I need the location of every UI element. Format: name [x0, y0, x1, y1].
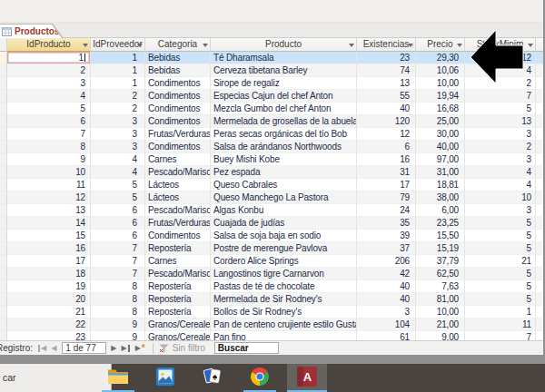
cell-categoria[interactable]: Condimentos: [145, 103, 211, 115]
cell-idproducto[interactable]: 20: [7, 293, 91, 306]
cell-idproducto[interactable]: 9: [7, 153, 91, 166]
cell-precio[interactable]: 38,00: [416, 191, 465, 204]
cell-idproveedor[interactable]: 6: [91, 230, 145, 242]
record-selector[interactable]: [0, 191, 7, 204]
cell-producto[interactable]: Buey Mishi Kobe: [211, 153, 357, 166]
cell-categoria[interactable]: Granos/Cereales: [145, 331, 211, 340]
cell-categoria[interactable]: Condimentos: [145, 77, 211, 90]
cell-precio[interactable]: 19,94: [416, 90, 465, 103]
cell-idproveedor[interactable]: 8: [91, 280, 145, 293]
cell-idproducto[interactable]: 1: [7, 52, 91, 64]
cell-idproveedor[interactable]: 1: [91, 77, 145, 90]
column-dropdown-icon[interactable]: [457, 44, 462, 47]
cell-categoria[interactable]: Condimentos: [145, 230, 211, 242]
taskbar-chrome[interactable]: [242, 364, 278, 392]
cell-producto[interactable]: Bollos de Sir Rodney's: [211, 306, 357, 318]
cell-stockminim[interactable]: 10: [465, 191, 536, 204]
record-selector[interactable]: [0, 115, 7, 128]
cell-precio[interactable]: 16,68: [416, 103, 465, 115]
cell-precio[interactable]: 9,00: [416, 331, 465, 340]
taskbar-photos[interactable]: [147, 364, 183, 392]
cell-producto[interactable]: Mermelada de Sir Rodney's: [211, 293, 357, 306]
cell-existencias[interactable]: 17: [357, 179, 416, 191]
record-selector[interactable]: [0, 90, 7, 103]
cell-producto[interactable]: Pan fino: [211, 331, 357, 340]
cell-idproveedor[interactable]: 5: [91, 191, 145, 204]
record-selector[interactable]: [0, 204, 7, 217]
cell-idproducto[interactable]: 22: [7, 318, 91, 331]
cell-existencias[interactable]: 40: [357, 293, 416, 306]
cell-categoria[interactable]: Bebidas: [145, 52, 211, 64]
cell-idproducto[interactable]: 11: [7, 179, 91, 191]
cell-idproducto[interactable]: 10: [7, 166, 91, 179]
cell-stockminim[interactable]: 4: [465, 64, 536, 77]
cell-idproducto[interactable]: 2: [7, 64, 91, 77]
record-selector[interactable]: [0, 52, 7, 64]
cell-stockminim[interactable]: 3: [465, 204, 536, 217]
last-record-button[interactable]: ▶: [121, 344, 130, 353]
cell-existencias[interactable]: 16: [357, 153, 416, 166]
cell-producto[interactable]: Té Dharamsala: [211, 52, 357, 64]
column-header-idproveedor[interactable]: IdProveedor: [91, 38, 145, 52]
cell-existencias[interactable]: 31: [357, 166, 416, 179]
cell-idproducto[interactable]: 7: [7, 128, 91, 141]
cell-idproducto[interactable]: 12: [7, 191, 91, 204]
taskbar-access[interactable]: A: [287, 364, 327, 392]
cell-stockminim[interactable]: 5: [465, 103, 536, 115]
cell-categoria[interactable]: Pescado/Mariscos: [145, 204, 211, 217]
cell-idproveedor[interactable]: 2: [91, 103, 145, 115]
cell-categoria[interactable]: Repostería: [145, 242, 211, 255]
cell-stockminim[interactable]: 7: [465, 90, 536, 103]
taskbar-file-explorer[interactable]: [100, 364, 136, 392]
column-dropdown-icon[interactable]: [349, 44, 354, 47]
cell-idproveedor[interactable]: 7: [91, 242, 145, 255]
cell-precio[interactable]: 21,00: [416, 318, 465, 331]
column-header-precio[interactable]: Precio: [416, 38, 465, 52]
column-header-producto[interactable]: Producto: [211, 38, 357, 52]
cell-idproducto[interactable]: 5: [7, 103, 91, 115]
record-selector[interactable]: [0, 217, 7, 230]
cell-idproveedor[interactable]: 7: [91, 255, 145, 268]
record-selector[interactable]: [0, 280, 7, 293]
cell-precio[interactable]: 7,63: [416, 280, 465, 293]
cell-producto[interactable]: Salsa de soja baja en sodio: [211, 230, 357, 242]
cell-idproducto[interactable]: 18: [7, 268, 91, 280]
cell-existencias[interactable]: 79: [357, 191, 416, 204]
cell-precio[interactable]: 10,06: [416, 64, 465, 77]
taskbar-search-box[interactable]: car: [0, 364, 112, 392]
cell-existencias[interactable]: 40: [357, 280, 416, 293]
cell-producto[interactable]: Langostinos tigre Carnarvon: [211, 268, 357, 280]
cell-existencias[interactable]: 37: [357, 242, 416, 255]
cell-existencias[interactable]: 3: [357, 306, 416, 318]
cell-producto[interactable]: Mezcla Gumbo del chef Anton: [211, 103, 357, 115]
cell-categoria[interactable]: Repostería: [145, 306, 211, 318]
cell-stockminim[interactable]: 4: [465, 179, 536, 191]
record-selector[interactable]: [0, 77, 7, 90]
cell-producto[interactable]: Cerveza tibetana Barley: [211, 64, 357, 77]
cell-existencias[interactable]: 39: [357, 230, 416, 242]
cell-categoria[interactable]: Bebidas: [145, 64, 211, 77]
cell-precio[interactable]: 31,00: [416, 166, 465, 179]
cell-idproveedor[interactable]: 3: [91, 115, 145, 128]
cell-categoria[interactable]: Pescado/Mariscos: [145, 166, 211, 179]
column-header-stockminim[interactable]: StockMinim: [465, 38, 536, 52]
cell-categoria[interactable]: Condimentos: [145, 115, 211, 128]
cell-producto[interactable]: Especias Cajun del chef Anton: [211, 90, 357, 103]
record-search-input[interactable]: Buscar: [214, 342, 279, 354]
cell-producto[interactable]: Pez espada: [211, 166, 357, 179]
cell-precio[interactable]: 30,00: [416, 128, 465, 141]
record-selector[interactable]: [0, 166, 7, 179]
cell-precio[interactable]: 25,00: [416, 115, 465, 128]
column-dropdown-icon[interactable]: [203, 44, 208, 47]
cell-existencias[interactable]: 61: [357, 331, 416, 340]
cell-stockminim[interactable]: 5: [465, 268, 536, 280]
record-selector[interactable]: [0, 268, 7, 280]
cell-stockminim[interactable]: 4: [465, 166, 536, 179]
cell-stockminim[interactable]: 13: [465, 115, 536, 128]
record-selector[interactable]: [0, 153, 7, 166]
cell-idproducto[interactable]: 15: [7, 230, 91, 242]
cell-categoria[interactable]: Carnes: [145, 153, 211, 166]
cell-idproducto[interactable]: 4: [7, 90, 91, 103]
cell-precio[interactable]: 40,00: [416, 141, 465, 153]
column-dropdown-icon[interactable]: [83, 44, 88, 47]
